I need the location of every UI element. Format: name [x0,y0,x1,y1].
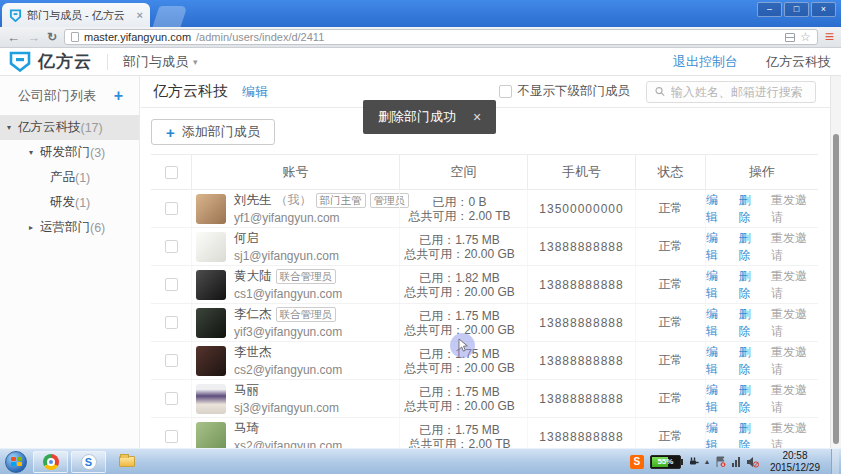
favicon-icon [9,9,22,22]
window-close-button[interactable]: × [811,2,836,17]
add-department-icon[interactable]: + [114,88,123,104]
browser-tab[interactable]: 部门与成员 - 亿方云 × [2,3,150,27]
sogou-ime-icon[interactable]: S [630,455,644,469]
status-badge: 正常 [635,342,705,379]
show-desktop-button[interactable] [831,449,839,474]
toast-close-icon[interactable]: × [473,109,481,125]
caret-right-icon[interactable]: ▸ [29,223,40,232]
delete-link[interactable]: 删除 [739,382,763,416]
filter-label: 不显示下级部门成员 [518,83,631,100]
volume-muted-icon[interactable] [746,456,759,468]
window-maximize-button[interactable]: □ [784,2,809,17]
table-header: 账号 空间 手机号 状态 操作 [151,154,818,190]
status-badge: 正常 [635,190,705,227]
tree-count: (3) [90,146,105,160]
resend-invite-link[interactable]: 重发邀请 [771,230,818,264]
tab-close-icon[interactable]: × [137,9,143,21]
delete-link[interactable]: 删除 [739,306,763,340]
tree-item-rd-dept[interactable]: ▾ 研发部门 (3) [0,140,139,165]
filter-checkbox[interactable] [499,85,512,98]
col-status: 状态 [635,155,705,189]
space-used: 已用：0 B [432,196,486,208]
row-checkbox[interactable] [165,240,178,253]
member-email: yif3@yifangyun.com [234,325,342,339]
taskbar-explorer-button[interactable] [109,451,144,473]
member-name: 李世杰 [234,344,272,361]
tray-expand-icon[interactable]: ▴ [705,457,709,466]
role-badge: 联合管理员 [276,269,337,284]
bookmark-star-icon[interactable]: ☆ [800,31,811,43]
row-checkbox[interactable] [165,354,178,367]
add-member-label: 添加部门成员 [182,123,260,141]
tree-item-ops-dept[interactable]: ▸ 运营部门 (6) [0,215,139,240]
search-input[interactable] [671,85,807,99]
table-row[interactable]: 马丽 sj3@yifangyun.com 已用：1.75 MB 总共可用：20.… [151,380,818,418]
edit-department-link[interactable]: 编辑 [242,83,268,101]
reload-icon[interactable]: ↻ [47,30,57,44]
back-icon[interactable]: ← [7,31,20,44]
window-minimize-button[interactable]: – [757,2,782,17]
tree-count: (1) [75,196,90,210]
table-row[interactable]: 刘先生 （我） 部门主管 管理员 yf1@yifangyun.com 已用：0 … [151,190,818,228]
logo-icon [8,51,32,72]
add-member-button[interactable]: + 添加部门成员 [151,119,275,145]
row-checkbox[interactable] [165,392,178,405]
tree-label: 产品 [50,169,75,186]
table-row[interactable]: 李世杰 cs2@yifangyun.com 已用：1.75 MB 总共可用：20… [151,342,818,380]
tree-item-company[interactable]: ▾ 亿方云科技 (17) [0,115,139,140]
search-box[interactable] [646,81,816,103]
delete-link[interactable]: 删除 [739,230,763,264]
forward-icon[interactable]: → [27,31,40,44]
action-center-flag-icon[interactable] [715,456,726,468]
page-title: 亿方云科技 [153,82,228,101]
taskbar-sogou-button[interactable]: S [71,451,106,473]
delete-link[interactable]: 删除 [739,192,763,226]
nav-departments-members[interactable]: 部门与成员 ▾ [123,53,198,71]
caret-down-icon[interactable]: ▾ [29,148,40,157]
table-row[interactable]: 黄大陆 联合管理员 cs1@yifangyun.com 已用：1.82 MB 总… [151,266,818,304]
status-badge: 正常 [635,228,705,265]
member-phone: 13888888888 [527,266,635,303]
resend-invite-link[interactable]: 重发邀请 [771,192,818,226]
browser-titlebar: 部门与成员 - 亿方云 × – □ × [0,0,841,27]
resend-invite-link[interactable]: 重发邀请 [771,344,818,378]
scrollbar[interactable] [830,76,841,448]
table-row[interactable]: 李仁杰 联合管理员 yif3@yifangyun.com 已用：1.75 MB … [151,304,818,342]
caret-down-icon[interactable]: ▾ [7,123,18,132]
address-bar[interactable]: master.yifangyun.com /admin/users/index/… [64,29,818,45]
network-signal-icon[interactable] [732,457,740,467]
taskbar-chrome-button[interactable] [33,451,68,473]
edit-link[interactable]: 编辑 [706,344,730,378]
edit-link[interactable]: 编辑 [706,230,730,264]
row-checkbox[interactable] [165,202,178,215]
translate-icon[interactable] [785,33,795,42]
tree-item-dev[interactable]: 研发 (1) [0,190,139,215]
tree-item-product[interactable]: 产品 (1) [0,165,139,190]
filter-checkbox-row[interactable]: 不显示下级部门成员 [499,83,631,100]
resend-invite-link[interactable]: 重发邀请 [771,268,818,302]
table-row[interactable]: 何启 sj1@yifangyun.com 已用：1.75 MB 总共可用：20.… [151,228,818,266]
scrollbar-thumb[interactable] [833,134,839,444]
edit-link[interactable]: 编辑 [706,306,730,340]
new-tab-button[interactable] [153,6,188,27]
edit-link[interactable]: 编辑 [706,268,730,302]
edit-link[interactable]: 编辑 [706,192,730,226]
start-button[interactable] [5,451,27,473]
tree-label: 研发 [50,194,75,211]
battery-indicator[interactable]: 55% [650,455,681,469]
resend-invite-link[interactable]: 重发邀请 [771,382,818,416]
exit-console-link[interactable]: 退出控制台 [673,53,738,71]
col-account: 账号 [191,155,399,189]
row-checkbox[interactable] [165,316,178,329]
row-checkbox[interactable] [165,430,178,443]
taskbar-clock[interactable]: 20:58 2015/12/29 [765,450,825,474]
delete-link[interactable]: 删除 [739,268,763,302]
select-all-checkbox[interactable] [165,166,178,179]
delete-link[interactable]: 删除 [739,344,763,378]
edit-link[interactable]: 编辑 [706,382,730,416]
row-checkbox[interactable] [165,278,178,291]
app-logo[interactable]: 亿方云 [8,50,92,73]
browser-menu-icon[interactable]: ≡ [825,29,834,45]
member-email: cs2@yifangyun.com [234,363,342,377]
resend-invite-link[interactable]: 重发邀请 [771,306,818,340]
